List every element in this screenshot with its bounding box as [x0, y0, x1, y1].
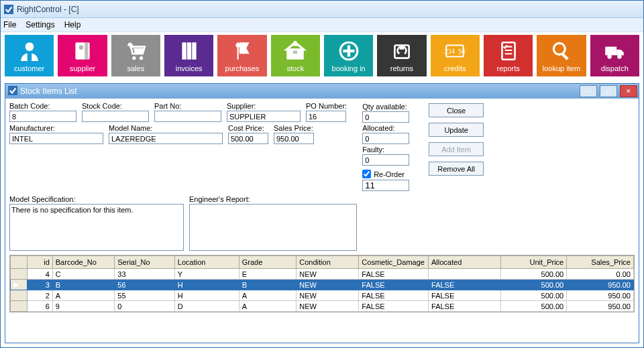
svg-point-6 — [133, 56, 136, 60]
sales-button[interactable]: sales — [111, 35, 160, 76]
ponum-label: PO Number: — [306, 102, 347, 110]
sales-button-label: sales — [127, 64, 144, 72]
row-handle[interactable] — [11, 301, 28, 312]
cell-Barcode_No: B — [52, 280, 115, 290]
lookup-button[interactable]: lookup item — [537, 35, 586, 76]
svg-rect-31 — [8, 86, 17, 95]
cell-Allocated: FALSE — [429, 280, 501, 290]
close-window-button[interactable]: ✕ — [620, 85, 637, 97]
customer-icon — [18, 39, 41, 63]
minimize-button[interactable]: — — [580, 85, 597, 97]
engreport-textarea[interactable] — [189, 204, 357, 251]
credits-button-label: credits — [444, 64, 466, 72]
table-row[interactable]: 4C33YENEWFALSE500.000.00 — [11, 269, 634, 280]
col-Condition[interactable]: Condition — [297, 256, 359, 269]
cell-Cosmetic_Damage: FALSE — [359, 280, 429, 290]
row-handle[interactable]: ▶ — [11, 280, 28, 290]
stock-button[interactable]: stock — [271, 35, 320, 76]
cell-Condition: NEW — [297, 280, 359, 290]
model-input[interactable] — [109, 133, 223, 144]
col-Sales_Price[interactable]: Sales_Price — [567, 256, 634, 269]
qty-input[interactable] — [362, 111, 409, 123]
batch-input[interactable] — [9, 111, 76, 122]
purchases-button[interactable]: purchases — [217, 35, 266, 76]
reorder-checkbox[interactable] — [362, 170, 371, 178]
svg-rect-10 — [192, 42, 196, 60]
col-Cosmetic_Damage[interactable]: Cosmetic_Damage — [359, 256, 429, 269]
ponum-input[interactable] — [306, 111, 346, 122]
supplier-input[interactable] — [227, 111, 301, 122]
svg-rect-26 — [605, 47, 616, 56]
table-row[interactable]: ▶3B56HBNEWFALSEFALSE500.00950.00 — [11, 280, 634, 290]
cell-Barcode_No: C — [52, 269, 115, 280]
cell-Sales_Price: 950.00 — [567, 280, 634, 290]
menu-file[interactable]: File — [3, 20, 16, 30]
stock-table[interactable]: idBarcode_NoSerial_NoLocationGradeCondit… — [10, 255, 634, 312]
remove-all-button[interactable]: Remove All — [429, 162, 484, 176]
col-Barcode_No[interactable]: Barcode_No — [52, 256, 115, 269]
table-row[interactable]: 690DANEWFALSEFALSE500.00950.00 — [11, 301, 634, 312]
credits-icon: 1234 567 — [443, 39, 466, 63]
menu-help[interactable]: Help — [64, 20, 81, 30]
menu-settings[interactable]: Settings — [25, 20, 54, 30]
cell-Serial_No: 0 — [115, 301, 175, 312]
col-Unit_Price[interactable]: Unit_Price — [501, 256, 567, 269]
supplier-button[interactable]: supplier — [58, 35, 107, 76]
cell-Barcode_No: A — [52, 290, 115, 301]
qty-label: Qty available: — [362, 103, 409, 111]
reports-icon — [497, 39, 520, 63]
engreport-label: Engineer's Report: — [189, 195, 357, 203]
row-handle[interactable] — [11, 290, 28, 301]
svg-rect-4 — [85, 42, 88, 60]
customer-button[interactable]: customer — [5, 35, 54, 76]
dispatch-button[interactable]: dispatch — [590, 35, 639, 76]
dispatch-icon — [603, 39, 626, 63]
purchases-button-label: purchases — [225, 64, 260, 72]
partno-input[interactable] — [154, 111, 221, 122]
lookup-icon — [550, 39, 573, 63]
sales-input[interactable] — [274, 133, 314, 144]
reorder-input[interactable] — [362, 180, 409, 191]
close-button[interactable]: Close — [429, 103, 484, 117]
modelspec-label: Model Specification: — [9, 195, 184, 203]
col-Location[interactable]: Location — [174, 256, 239, 269]
bookingin-button[interactable]: booking in — [324, 35, 373, 76]
manufacturer-input[interactable] — [9, 133, 103, 144]
svg-point-1 — [25, 42, 34, 51]
menubar: File Settings Help — [1, 18, 643, 32]
cell-Unit_Price: 500.00 — [501, 280, 567, 290]
col-id[interactable]: id — [27, 256, 52, 269]
maximize-button[interactable]: ◻ — [600, 85, 617, 97]
stock-label: Stock Code: — [82, 102, 149, 110]
credits-button[interactable]: 1234 567credits — [431, 35, 480, 76]
invoices-button-label: invoices — [176, 64, 203, 72]
col-Allocated[interactable]: Allocated — [429, 256, 501, 269]
col-Grade[interactable]: Grade — [239, 256, 297, 269]
stock-input[interactable] — [82, 111, 149, 122]
reports-button[interactable]: reports — [484, 35, 533, 76]
reports-button-label: reports — [496, 64, 519, 72]
allocated-input[interactable] — [362, 133, 409, 144]
inner-titlebar: Stock Items List — ◻ ✕ — [5, 84, 639, 99]
cost-input[interactable] — [228, 133, 268, 144]
cell-Cosmetic_Damage: FALSE — [359, 290, 429, 301]
invoices-button[interactable]: invoices — [164, 35, 213, 76]
add-item-button[interactable]: Add Item — [429, 142, 484, 156]
supplier-label: Supplier: — [227, 102, 301, 110]
sales-label: Sales Price: — [274, 124, 314, 132]
col-Serial_No[interactable]: Serial_No — [115, 256, 175, 269]
svg-rect-18 — [343, 50, 354, 52]
bookingin-button-label: booking in — [332, 64, 366, 72]
row-handle[interactable] — [11, 269, 28, 280]
cost-label: Cost Price: — [228, 124, 268, 132]
cell-Sales_Price: 950.00 — [567, 290, 634, 301]
faulty-input[interactable] — [362, 154, 409, 166]
modelspec-textarea[interactable] — [9, 204, 184, 251]
update-button[interactable]: Update — [429, 123, 484, 137]
cell-Grade: B — [239, 280, 297, 290]
cell-Grade: A — [239, 290, 297, 301]
table-row[interactable]: 2A55HANEWFALSEFALSE500.00950.00 — [11, 290, 634, 301]
cell-Location: H — [174, 280, 239, 290]
cell-id: 2 — [27, 290, 52, 301]
returns-button[interactable]: returns — [377, 35, 426, 76]
